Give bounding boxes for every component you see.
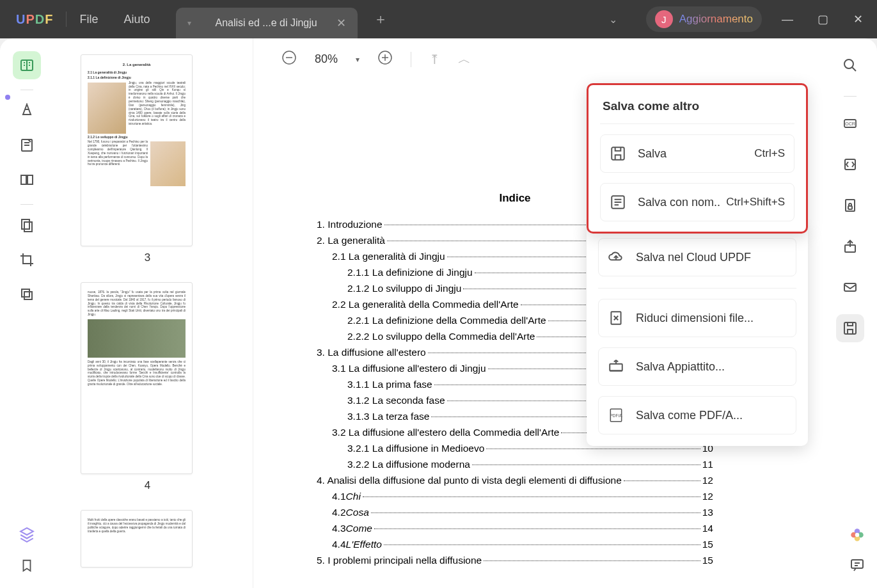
thumbnail-page-4[interactable]: nuove, 1876. la parola, "Jingju" fu usat…: [81, 282, 193, 474]
thumb-illustration: [88, 83, 126, 134]
tab-title: Analisi ed ...e di Jingju: [216, 17, 317, 29]
save-icon[interactable]: [836, 314, 864, 342]
thumb-illustration: [88, 319, 186, 358]
svg-rect-10: [612, 147, 624, 160]
flatten-button[interactable]: Salva Appiattito...: [598, 347, 796, 386]
bookmark-icon[interactable]: [20, 559, 34, 575]
edit-tool-icon[interactable]: [13, 131, 41, 159]
minimize-button[interactable]: —: [778, 13, 797, 26]
svg-point-16: [844, 60, 853, 68]
save-as-label: Salva con nom..: [638, 196, 726, 209]
save-as-button[interactable]: Salva con nom.. Ctrl+Shift+S: [600, 183, 794, 221]
flatten-icon: [608, 358, 624, 375]
copy-tool-icon[interactable]: [13, 280, 41, 308]
svg-rect-7: [24, 292, 32, 299]
toc-entry[interactable]: 4.3 Come14: [317, 523, 713, 534]
left-toolbar: [12, 38, 42, 588]
crop-tool-icon[interactable]: [13, 246, 41, 274]
svg-text:PDF/A: PDF/A: [610, 413, 622, 418]
chevron-down-icon[interactable]: ⌄: [609, 13, 617, 26]
mail-icon[interactable]: [836, 273, 864, 301]
save-icon: [610, 145, 626, 162]
reader-tool-icon[interactable]: [13, 51, 41, 79]
thumbnail-page-3[interactable]: 2. La generalità 2.1 La generalità di Ji…: [81, 54, 193, 246]
toc-entry[interactable]: 4. Analisi della diffusione dal punto di…: [317, 475, 713, 486]
ocr-icon[interactable]: OCR: [836, 109, 864, 138]
svg-text:OCR: OCR: [845, 122, 855, 126]
svg-rect-24: [844, 322, 856, 334]
document-toolbar: 80% ▾ ⤒ ︿: [281, 50, 471, 68]
share-icon[interactable]: [836, 232, 864, 260]
svg-rect-3: [28, 175, 33, 184]
first-page-icon[interactable]: ⤒: [429, 52, 440, 67]
indicator-dot: [5, 95, 10, 100]
highlight-tool-icon[interactable]: [13, 97, 41, 125]
menu-help[interactable]: Aiuto: [123, 13, 150, 26]
upgrade-label: Aggiornamento: [679, 13, 753, 26]
protect-icon[interactable]: [836, 191, 864, 219]
close-tab-icon[interactable]: ✕: [336, 16, 346, 30]
reduce-icon: [608, 310, 624, 326]
svg-rect-6: [22, 289, 29, 297]
document-tab[interactable]: ▾ Analisi ed ...e di Jingju ✕: [176, 8, 358, 38]
zoom-in-icon[interactable]: [377, 50, 393, 68]
toc-entry[interactable]: 5. I problemi principali nella diffusion…: [317, 555, 713, 566]
flatten-label: Salva Appiattito...: [636, 360, 787, 374]
zoom-value[interactable]: 80%: [315, 52, 338, 66]
add-tab-button[interactable]: ＋: [374, 10, 388, 29]
app-logo: UPDF: [16, 12, 53, 27]
maximize-button[interactable]: ▢: [813, 12, 832, 26]
toc-entry[interactable]: 4.4 L'Effetto15: [317, 539, 713, 550]
save-as-flyout: Salva come altro Salva Ctrl+S Salva con …: [587, 83, 808, 234]
svg-point-29: [855, 533, 860, 537]
svg-rect-13: [610, 364, 622, 371]
thumbnail-label-3: 3: [81, 251, 214, 264]
flyout-title: Salva come altro: [600, 95, 794, 124]
toc-entry[interactable]: 4.1 Chi12: [317, 491, 713, 502]
close-window-button[interactable]: ✕: [848, 12, 867, 26]
comment-icon[interactable]: [849, 557, 865, 575]
svg-rect-23: [844, 283, 856, 291]
svg-rect-5: [24, 222, 32, 232]
svg-rect-4: [22, 219, 29, 229]
thumb-illustration: [150, 141, 186, 186]
svg-rect-21: [848, 206, 852, 209]
save-as-flyout-lower: Salva nel Cloud UPDF Riduci dimensioni f…: [587, 228, 808, 446]
thumbnail-page-5[interactable]: Molti frutti della opere classiche erano…: [81, 510, 193, 568]
reduce-file-button[interactable]: Riduci dimensioni file...: [598, 299, 796, 337]
reduce-label: Riduci dimensioni file...: [636, 312, 787, 325]
user-avatar: J: [655, 10, 673, 28]
save-cloud-button[interactable]: Salva nel Cloud UPDF: [598, 238, 796, 276]
pdfa-label: Salva come PDF/A...: [636, 409, 787, 422]
svg-rect-2: [21, 175, 26, 184]
user-badge[interactable]: J Aggiornamento: [646, 6, 762, 32]
right-toolbar: OCR: [835, 51, 865, 349]
save-as-icon: [610, 194, 626, 211]
prev-page-icon[interactable]: ︿: [458, 51, 471, 68]
page-tool-icon[interactable]: [13, 166, 41, 194]
zoom-out-icon[interactable]: [281, 50, 297, 68]
thumbnail-panel: 2. La generalità 2.1 La generalità di Ji…: [42, 38, 253, 588]
ai-icon[interactable]: [849, 527, 865, 546]
cloud-label: Salva nel Cloud UPDF: [636, 251, 787, 264]
save-shortcut: Ctrl+S: [754, 147, 785, 160]
zoom-dropdown-icon[interactable]: ▾: [356, 55, 359, 64]
search-icon[interactable]: [836, 51, 864, 79]
organize-tool-icon[interactable]: [13, 211, 41, 239]
toc-entry[interactable]: 3.2.2 La diffusione moderna11: [317, 459, 713, 470]
save-button[interactable]: Salva Ctrl+S: [600, 134, 794, 173]
tab-caret-icon: ▾: [187, 19, 191, 28]
convert-icon[interactable]: [836, 150, 864, 179]
save-label: Salva: [638, 147, 754, 161]
menu-file[interactable]: File: [79, 13, 98, 26]
titlebar: UPDF File Aiuto ▾ Analisi ed ...e di Jin…: [0, 0, 877, 38]
thumbnail-label-4: 4: [81, 479, 214, 492]
save-as-shortcut: Ctrl+Shift+S: [726, 196, 785, 209]
svg-rect-30: [851, 560, 863, 568]
pdfa-icon: PDF/A: [608, 407, 624, 424]
cloud-icon: [608, 249, 624, 266]
toc-entry[interactable]: 4.2 Cosa13: [317, 507, 713, 518]
divider: [66, 12, 67, 27]
layers-icon[interactable]: [19, 527, 35, 546]
pdfa-button[interactable]: PDF/A Salva come PDF/A...: [598, 396, 796, 434]
